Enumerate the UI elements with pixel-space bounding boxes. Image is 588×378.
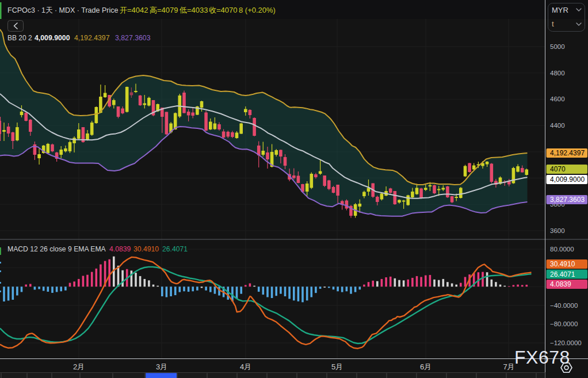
svg-text:4,192.4397: 4,192.4397 bbox=[74, 34, 110, 42]
svg-text:6月: 6月 bbox=[420, 362, 432, 371]
svg-text:4600: 4600 bbox=[550, 96, 565, 102]
svg-text:3,827.3603: 3,827.3603 bbox=[115, 34, 151, 42]
svg-text:FX678: FX678 bbox=[514, 347, 570, 368]
svg-text:−40.0000: −40.0000 bbox=[550, 302, 578, 309]
svg-text:MYR: MYR bbox=[552, 6, 568, 14]
svg-text:30.4910: 30.4910 bbox=[550, 260, 575, 268]
svg-text:−120.0000: −120.0000 bbox=[550, 339, 582, 346]
svg-text:BB 20 2: BB 20 2 bbox=[7, 34, 32, 42]
svg-text:MACD 12 26 close 9 EMA EMA: MACD 12 26 close 9 EMA EMA bbox=[7, 245, 106, 253]
svg-text:开=4042: 开=4042 bbox=[120, 6, 148, 14]
svg-text:4,009.9000: 4,009.9000 bbox=[550, 175, 585, 184]
svg-text:3600: 3600 bbox=[550, 227, 565, 234]
svg-text:3月: 3月 bbox=[156, 362, 167, 371]
svg-text:低=4033: 低=4033 bbox=[179, 6, 208, 14]
svg-text:4070: 4070 bbox=[550, 165, 566, 173]
svg-text:4,009.9000: 4,009.9000 bbox=[35, 34, 70, 42]
svg-text:4800: 4800 bbox=[550, 70, 565, 77]
svg-text:4.0839: 4.0839 bbox=[550, 280, 571, 288]
svg-text:8 (+0.20%): 8 (+0.20%) bbox=[239, 6, 276, 14]
svg-text:80.0000: 80.0000 bbox=[550, 246, 574, 253]
svg-text:5000: 5000 bbox=[550, 43, 565, 50]
svg-text:4月: 4月 bbox=[240, 362, 251, 371]
svg-text:7月: 7月 bbox=[503, 362, 514, 371]
svg-text:26.4071: 26.4071 bbox=[550, 270, 575, 278]
svg-text:26.4071: 26.4071 bbox=[162, 245, 188, 253]
svg-text:高=4079: 高=4079 bbox=[150, 6, 178, 14]
svg-text:4.0839: 4.0839 bbox=[109, 245, 131, 253]
svg-text:30.4910: 30.4910 bbox=[133, 245, 159, 253]
svg-text:−80.0000: −80.0000 bbox=[550, 320, 578, 327]
svg-text:5月: 5月 bbox=[331, 362, 343, 371]
svg-text:2月: 2月 bbox=[73, 362, 85, 371]
svg-text:t: t bbox=[552, 20, 554, 28]
svg-text:3,827.3603: 3,827.3603 bbox=[550, 196, 585, 204]
svg-text:4400: 4400 bbox=[550, 122, 565, 129]
svg-text:FCPOc3 · 1天 · MDX · Trade Pric: FCPOc3 · 1天 · MDX · Trade Price bbox=[7, 6, 118, 14]
svg-text:收=4070: 收=4070 bbox=[209, 6, 238, 14]
svg-text:4,192.4397: 4,192.4397 bbox=[550, 149, 585, 157]
